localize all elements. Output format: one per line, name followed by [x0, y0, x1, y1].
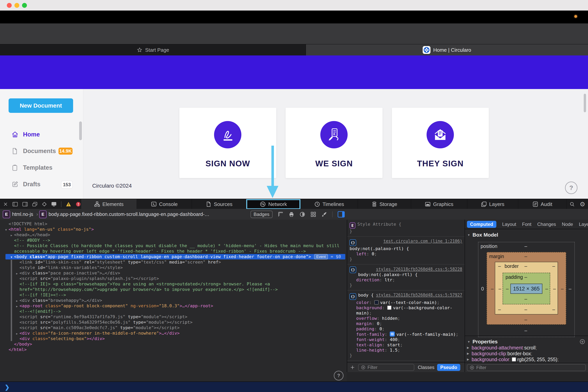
- print-icon[interactable]: [289, 212, 294, 217]
- code-line[interactable]: <script src="polyfills.54a6329f54ec0e56.…: [0, 320, 347, 325]
- computed-tab-layout[interactable]: Layout: [502, 222, 516, 227]
- computed-property-row[interactable]: ▶background-attachment: scroll;: [465, 345, 588, 350]
- code-line[interactable]: ▼<body class="app-page fixed-ribbon cust…: [5, 254, 345, 260]
- elements-code-panel[interactable]: <!DOCTYPE html>▼<html lang="en-us" class…: [0, 220, 347, 382]
- box-model-value[interactable]: –: [499, 286, 501, 292]
- code-line[interactable]: ▶<app-root class="app-root block-compone…: [0, 303, 347, 309]
- card-sign-now[interactable]: SIGN NOW: [179, 108, 276, 178]
- ruler-icon[interactable]: [278, 212, 283, 217]
- box-model-value[interactable]: –: [524, 254, 527, 259]
- expand-chevron-icon[interactable]: ❯: [5, 384, 9, 391]
- device-icon[interactable]: [51, 202, 57, 207]
- styles-sidebar-panel[interactable]: EStyle Attribute {}test.circularo.com (l…: [347, 220, 465, 372]
- code-line[interactable]: ▶<div class="pace pace-inactive">…</div>: [0, 270, 347, 276]
- css-rule[interactable]: styles.726118cfb5260d48.css:5:57927{}bod…: [347, 290, 465, 361]
- css-property[interactable]: text-align: start;: [350, 342, 462, 348]
- css-property[interactable]: margin: 0;: [350, 321, 462, 326]
- disclosure-triangle-icon[interactable]: ▶: [14, 298, 19, 304]
- box-model-value[interactable]: –: [524, 263, 527, 269]
- undock-icon[interactable]: [32, 202, 37, 207]
- devtools-tab-storage[interactable]: Storage: [358, 199, 411, 209]
- disclosure-triangle-icon[interactable]: ▼: [467, 340, 470, 344]
- styles-filter-input[interactable]: Filter: [358, 364, 414, 371]
- code-line[interactable]: <!-- #BODY -->: [0, 238, 347, 243]
- box-model-value[interactable]: –: [524, 307, 527, 312]
- code-line[interactable]: <!--<![endif]-->: [0, 309, 347, 314]
- dock-right-icon[interactable]: [22, 202, 28, 207]
- box-model-value[interactable]: –: [552, 307, 555, 312]
- box-model-value[interactable]: –: [524, 296, 527, 302]
- color-swatch-icon[interactable]: [387, 306, 392, 310]
- badges-button[interactable]: Badges: [250, 211, 273, 218]
- computed-tab-font[interactable]: Font: [522, 222, 532, 227]
- breadcrumb-item[interactable]: body.app-page.fixed-ribbon.custom-scroll…: [48, 212, 209, 217]
- minimize-window-button[interactable]: [14, 3, 19, 8]
- card-they-sign[interactable]: THEY SIGN: [392, 108, 489, 178]
- tab-home-circularo[interactable]: Home | Circularo: [306, 44, 588, 56]
- stylesheet-link[interactable]: styles.726118cfb5260d48.css:5:57927: [376, 292, 462, 298]
- computed-property-row[interactable]: ▶background-color: rgb(255, 255, 255);: [465, 356, 588, 362]
- code-line[interactable]: </html>: [0, 347, 347, 352]
- code-line[interactable]: ▶<div class="fa-icon-renderer in-the-mid…: [0, 330, 347, 336]
- classes-toggle[interactable]: Classes: [418, 365, 434, 370]
- warning-icon[interactable]: [66, 202, 71, 207]
- css-property[interactable]: padding: 0;: [350, 326, 462, 332]
- computed-property-row[interactable]: ▶background-clip: border-box;: [465, 350, 588, 356]
- css-property[interactable]: background: var(--background-color-main)…: [350, 305, 462, 316]
- css-property[interactable]: left: 0;: [350, 251, 462, 256]
- box-model-value[interactable]: –: [498, 263, 501, 269]
- box-content-size[interactable]: 1512 × 365: [510, 284, 542, 294]
- computed-tab-node[interactable]: Node: [562, 222, 573, 227]
- code-line[interactable]: accessable by hovering over left edge * …: [0, 248, 347, 254]
- add-rule-icon[interactable]: [350, 365, 355, 370]
- properties-filter-icon[interactable]: [580, 339, 585, 344]
- computed-tab-changes[interactable]: Changes: [537, 222, 556, 227]
- code-line[interactable]: <link id="link-skin-css" rel="stylesheet…: [0, 260, 347, 265]
- box-model-value[interactable]: –: [524, 244, 527, 249]
- css-property[interactable]: overflow: hidden;: [350, 316, 462, 321]
- card-we-sign[interactable]: WE SIGN: [286, 108, 383, 178]
- code-line[interactable]: <div class="selecting-box"></div>: [0, 336, 347, 342]
- inspect-element-icon[interactable]: [42, 202, 47, 207]
- sidebar-item-templates[interactable]: Templates: [0, 162, 83, 174]
- computed-tab-layers[interactable]: Layers: [579, 222, 588, 227]
- stylesheet-link[interactable]: test.circularo.com (line 1:2106): [383, 238, 462, 244]
- dock-side-icon[interactable]: [12, 202, 18, 207]
- devtools-tab-sources[interactable]: Sources: [192, 199, 246, 209]
- css-property[interactable]: font-family: var(--font-family-main);: [350, 332, 462, 337]
- disclosure-triangle-icon[interactable]: ▶: [467, 358, 472, 361]
- css-property[interactable]: font-weight: 400;: [350, 337, 462, 342]
- stylesheet-link[interactable]: styles.726118cfb5260d48.css:5:58228: [376, 267, 462, 272]
- box-model-value[interactable]: –: [491, 286, 494, 292]
- close-icon[interactable]: [3, 202, 8, 207]
- devtools-tab-layers[interactable]: Layers: [467, 199, 518, 209]
- disclosure-triangle-icon[interactable]: ▶: [14, 271, 19, 276]
- code-line[interactable]: ▼<html lang="en-us" class="no-js">: [0, 227, 347, 232]
- code-line[interactable]: <script src="palaxo-plugin/splash/splash…: [0, 276, 347, 281]
- box-model-value[interactable]: –: [524, 317, 527, 322]
- disclosure-triangle-icon[interactable]: ▼: [9, 254, 14, 260]
- disclosure-triangle-icon[interactable]: ▼: [467, 233, 470, 236]
- disclosure-triangle-icon[interactable]: ▶: [467, 352, 472, 355]
- gear-icon[interactable]: ⚙: [580, 200, 585, 208]
- css-variable-icon[interactable]: [390, 332, 395, 336]
- devtools-tab-graphics[interactable]: Graphics: [411, 199, 467, 209]
- new-document-button[interactable]: New Document: [8, 98, 73, 113]
- computed-filter-input[interactable]: Filter: [467, 364, 586, 371]
- disclosure-triangle-icon[interactable]: ▶: [14, 304, 19, 309]
- devtools-tab-console[interactable]: Console: [137, 199, 192, 209]
- close-window-button[interactable]: [7, 3, 12, 8]
- disclosure-triangle-icon[interactable]: ▶: [14, 331, 19, 336]
- properties-section-header[interactable]: ▼ Properties: [465, 336, 588, 345]
- help-button[interactable]: ?: [565, 182, 578, 194]
- css-rule[interactable]: test.circularo.com (line 1:2106){}body:n…: [347, 236, 465, 264]
- box-model-value[interactable]: –: [524, 274, 527, 280]
- box-model-value[interactable]: –: [553, 286, 556, 292]
- zoom-window-button[interactable]: [22, 3, 27, 8]
- code-line[interactable]: <!DOCTYPE html>: [0, 221, 347, 227]
- breadcrumb-item[interactable]: html.no-js: [12, 212, 33, 217]
- code-line[interactable]: href="http://browsehappy.com/">upgrade y…: [0, 287, 347, 292]
- toggle-sidebar-panel-icon[interactable]: [338, 211, 345, 218]
- devtools-tab-elements[interactable]: Elements: [81, 199, 137, 209]
- code-line[interactable]: <style id="link-skin-variables"></style>: [0, 265, 347, 270]
